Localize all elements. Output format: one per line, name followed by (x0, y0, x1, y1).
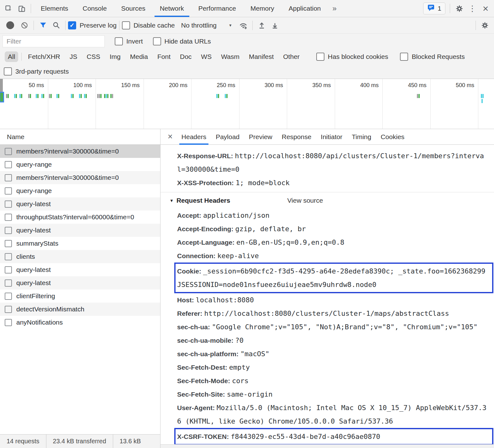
request-checkbox[interactable] (5, 279, 12, 287)
detail-tab-payload[interactable]: Payload (211, 129, 244, 145)
request-checkbox[interactable] (5, 319, 12, 326)
tab-application[interactable]: Application (281, 0, 328, 17)
filter-funnel-icon[interactable] (36, 18, 50, 32)
table-row[interactable]: query-latest (0, 276, 160, 289)
more-tabs-chevron[interactable]: » (328, 4, 341, 13)
import-har-icon[interactable] (255, 18, 268, 32)
type-filter-ws[interactable]: WS (198, 51, 215, 62)
table-row[interactable]: members?interval=300000&time=0 (0, 145, 160, 158)
settings-gear-icon[interactable] (453, 2, 466, 15)
table-row[interactable]: query-range (0, 184, 160, 197)
request-detail-panel: × HeadersPayloadPreviewResponseInitiator… (160, 129, 494, 448)
invert-checkbox[interactable] (115, 37, 123, 45)
request-checkbox[interactable] (5, 266, 12, 273)
search-icon[interactable] (50, 18, 63, 32)
type-filter-all[interactable]: All (5, 51, 18, 62)
detail-tab-preview[interactable]: Preview (244, 129, 277, 145)
preserve-log-checkbox[interactable] (68, 21, 76, 29)
header-key: sec-ch-ua-mobile: (177, 337, 234, 344)
timeline-selected-request-mark (0, 93, 3, 102)
filter-input[interactable] (3, 35, 105, 47)
name-column-header[interactable]: Name (0, 129, 160, 145)
type-filter-doc[interactable]: Doc (177, 51, 195, 62)
inspect-element-icon[interactable] (2, 2, 15, 15)
third-party-checkbox[interactable] (4, 67, 12, 76)
type-filter-media[interactable]: Media (127, 51, 151, 62)
header-accept-encoding: Accept-Encoding: gzip, deflate, br (160, 222, 494, 236)
table-row[interactable]: query-latest (0, 224, 160, 237)
request-checkbox[interactable] (5, 201, 12, 208)
header-value: JSESSIONID=node01nsfueez6uiujeae5mv9uhrd… (177, 281, 376, 289)
timeline-tick-label: 200 ms (142, 82, 187, 89)
hide-data-urls-checkbox[interactable] (153, 37, 161, 45)
close-detail-icon[interactable]: × (164, 133, 177, 141)
table-row[interactable]: throughputStats?interval=60000&time=0 (0, 211, 160, 224)
type-filter-img[interactable]: Img (107, 51, 124, 62)
request-checkbox[interactable] (5, 161, 12, 168)
type-filter-css[interactable]: CSS (84, 51, 103, 62)
blocked-requests-checkbox[interactable] (400, 53, 408, 61)
header-referer: Referer: http://localhost:8080/clusters/… (160, 307, 494, 320)
request-checkbox[interactable] (5, 253, 12, 260)
kebab-menu-icon[interactable]: ⋮ (466, 2, 479, 15)
table-row[interactable]: members?interval=300000&time=0 (0, 171, 160, 184)
header-host: Host: localhost:8080 (160, 293, 494, 307)
tab-memory[interactable]: Memory (243, 0, 281, 17)
request-checkbox[interactable] (5, 187, 12, 195)
disable-cache-checkbox[interactable] (122, 21, 130, 29)
request-checkbox[interactable] (5, 214, 12, 221)
detail-tab-initiator[interactable]: Initiator (316, 129, 347, 145)
view-source-link[interactable]: View source (287, 197, 323, 204)
clear-requests-icon[interactable] (18, 18, 31, 32)
detail-tab-headers[interactable]: Headers (177, 129, 211, 145)
close-devtools-icon[interactable]: × (479, 2, 492, 15)
header-value: localhost:8080 (196, 296, 254, 304)
issues-button[interactable]: 1 (423, 3, 445, 14)
type-filter-js[interactable]: JS (66, 51, 81, 62)
header-sec-fetch-site: Sec-Fetch-Site: same-origin (160, 388, 494, 401)
request-checkbox[interactable] (5, 148, 12, 155)
table-row[interactable]: detectVersionMismatch (0, 303, 160, 316)
export-har-icon[interactable] (268, 18, 281, 32)
table-row[interactable]: summaryStats (0, 237, 160, 250)
network-settings-gear-icon[interactable] (478, 18, 491, 32)
table-row[interactable]: clientFiltering (0, 289, 160, 303)
detail-tab-timing[interactable]: Timing (347, 129, 376, 145)
type-filter-other[interactable]: Other (280, 51, 303, 62)
table-row[interactable]: clients (0, 250, 160, 263)
request-checkbox[interactable] (5, 293, 12, 300)
table-row[interactable]: anyNotifications (0, 316, 160, 329)
network-conditions-icon[interactable] (237, 18, 250, 32)
has-blocked-cookies-checkbox[interactable] (316, 53, 324, 61)
tab-elements[interactable]: Elements (34, 0, 76, 17)
request-checkbox[interactable] (5, 227, 12, 234)
detail-tab-cookies[interactable]: Cookies (376, 129, 409, 145)
request-headers-section-header[interactable]: ▼ Request Headers View source (160, 192, 494, 209)
timeline-request-mark (56, 94, 59, 98)
tab-sources[interactable]: Sources (114, 0, 153, 17)
device-toolbar-icon[interactable] (15, 2, 28, 15)
request-checkbox[interactable] (5, 174, 12, 181)
header-key: Cookie: (177, 268, 201, 275)
tab-console[interactable]: Console (76, 0, 114, 17)
table-row[interactable]: query-latest (0, 263, 160, 276)
detail-tabs: × HeadersPayloadPreviewResponseInitiator… (160, 129, 494, 145)
detail-tab-response[interactable]: Response (277, 129, 316, 145)
request-checkbox[interactable] (5, 306, 12, 313)
type-filter-manifest[interactable]: Manifest (246, 51, 277, 62)
type-filter-wasm[interactable]: Wasm (218, 51, 243, 62)
table-row[interactable]: query-latest (0, 197, 160, 211)
request-checkbox[interactable] (5, 240, 12, 247)
tab-network[interactable]: Network (153, 0, 191, 17)
type-filter-font[interactable]: Font (154, 51, 174, 62)
type-filter-fetch-xhr[interactable]: Fetch/XHR (25, 51, 63, 62)
hide-data-urls-group: Hide data URLs (153, 37, 211, 45)
throttling-select[interactable]: No throttling ▼ (181, 22, 232, 29)
header-line: JSESSIONID=node01nsfueez6uiujeae5mv9uhrd… (176, 278, 492, 291)
tab-performance[interactable]: Performance (191, 0, 243, 17)
record-button[interactable] (6, 21, 14, 29)
header-value: f8443029-ec55-43d4-be7d-a40c96ae0870 (231, 433, 380, 440)
table-row[interactable]: query-range (0, 158, 160, 171)
network-overview-timeline[interactable]: 50 ms100 ms150 ms200 ms250 ms300 ms350 m… (0, 79, 494, 129)
request-name: query-range (16, 187, 52, 195)
